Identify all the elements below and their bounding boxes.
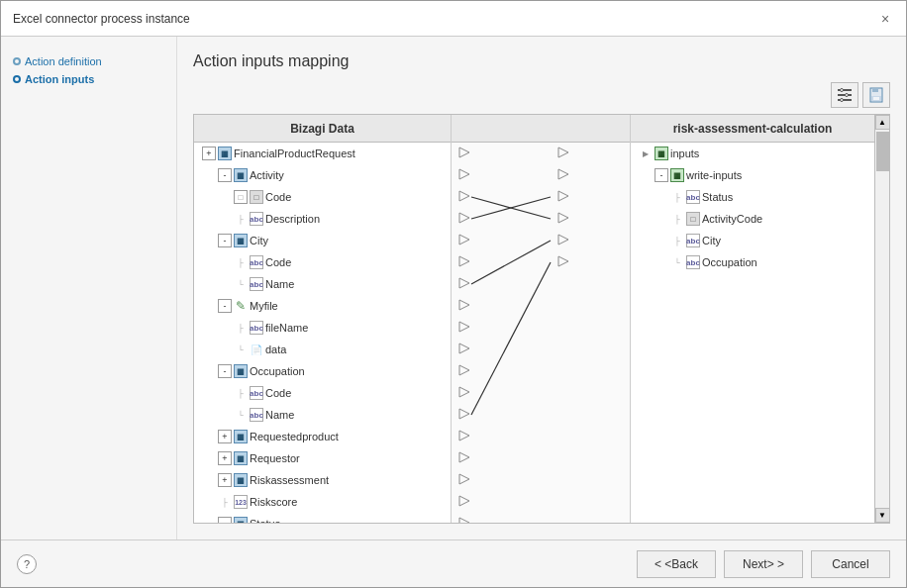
expand-icon[interactable]: + [202, 147, 216, 160]
rhs-arrow-inputs: ▶ [639, 147, 653, 160]
entity-icon: ▦ [218, 147, 232, 160]
rhs-row-occupation[interactable]: └ abc Occupation [631, 251, 874, 273]
svg-marker-16 [459, 278, 469, 288]
svg-marker-35 [558, 169, 568, 179]
svg-marker-23 [459, 431, 469, 441]
abc-icon-rstatus: abc [686, 190, 700, 204]
svg-marker-20 [459, 365, 469, 375]
scroll-down-button[interactable]: ▼ [875, 508, 890, 523]
rhs-row-activitycode[interactable]: ├ □ ActivityCode [631, 208, 874, 230]
sidebar-item-action-definition[interactable]: Action definition [13, 52, 164, 70]
sidebar-item-action-inputs[interactable]: Action inputs [13, 70, 164, 88]
entity-icon-activity: ▦ [234, 168, 248, 182]
expand-icon-req[interactable]: + [218, 451, 232, 465]
tree-row-description[interactable]: ├ abc Description [194, 208, 451, 230]
tree-row-data[interactable]: └ 📄 data [194, 339, 451, 360]
tree-row-occupation[interactable]: - ▦ Occupation [194, 360, 451, 382]
expand-icon-ra[interactable]: + [218, 473, 232, 487]
rhs-header: risk-assessment-calculation [631, 115, 874, 143]
close-button[interactable]: × [876, 10, 894, 28]
label-activity-code: Code [265, 191, 291, 203]
tree-row-financial[interactable]: + ▦ FinancialProductRequest [194, 143, 451, 164]
svg-marker-25 [459, 474, 469, 484]
svg-marker-19 [459, 343, 469, 353]
label-riskscore: Riskscore [250, 496, 297, 508]
cancel-button[interactable]: Cancel [811, 550, 890, 578]
abc-icon-rocc: abc [686, 255, 700, 269]
rhs-row-city[interactable]: ├ abc City [631, 230, 874, 251]
box-icon-acode: □ [250, 190, 263, 204]
expand-icon-myfile[interactable]: - [218, 299, 232, 313]
svg-marker-11 [459, 169, 469, 179]
scroll-up-button[interactable]: ▲ [875, 115, 890, 130]
tree-row-riskassess[interactable]: + ▦ Riskassessment [194, 469, 451, 491]
expand-icon-st[interactable]: - [218, 517, 232, 523]
svg-point-3 [841, 89, 844, 92]
tree-row-city[interactable]: - ▦ City [194, 230, 451, 251]
label-city: City [250, 235, 268, 246]
content-area: Action definition Action inputs Action i… [1, 37, 906, 539]
tree-row-reqprod[interactable]: + ▦ Requestedproduct [194, 426, 451, 447]
rhs-tree-content[interactable]: ▶ ▦ inputs - ▦ write-inputs [631, 143, 874, 523]
lhs-tree: Bizagi Data + ▦ FinancialProductRequest [194, 115, 452, 523]
tree-row-occ-code[interactable]: ├ abc Code [194, 382, 451, 404]
lhs-tree-content[interactable]: + ▦ FinancialProductRequest - ▦ Activity [194, 143, 451, 523]
rhs-row-write-inputs[interactable]: - ▦ write-inputs [631, 164, 874, 186]
toolbar [193, 82, 890, 108]
dialog: Excel connector process instance × Actio… [0, 0, 907, 588]
label-filename: fileName [265, 322, 308, 334]
svg-marker-17 [459, 300, 469, 310]
dash-icon-rs: ├ [218, 495, 232, 509]
help-button[interactable]: ? [17, 554, 37, 574]
abc-icon-fname: abc [250, 321, 263, 335]
entity-icon-st: ▦ [234, 517, 248, 523]
panel-title: Action inputs mapping [193, 52, 890, 70]
expand-icon-wi[interactable]: - [655, 168, 668, 182]
rhs-row-inputs[interactable]: ▶ ▦ inputs [631, 143, 874, 164]
vertical-scrollbar[interactable]: ▲ ▼ [874, 115, 889, 523]
svg-marker-18 [459, 322, 469, 332]
tree-row-requestor[interactable]: + ▦ Requestor [194, 447, 451, 469]
expand-icon-occ[interactable]: - [218, 364, 232, 378]
next-button[interactable]: Next> > [724, 550, 803, 578]
abc-icon-cname: abc [250, 277, 263, 291]
connections-svg [452, 143, 630, 523]
dash-icon-fname: ├ [234, 321, 248, 335]
tree-row-status[interactable]: - ▦ Status [194, 513, 451, 523]
entity-green-wi: ▦ [670, 168, 684, 182]
save-icon [868, 87, 884, 103]
expand-icon-rp[interactable]: + [218, 430, 232, 443]
dash-icon-rcity: ├ [670, 234, 684, 247]
svg-rect-7 [872, 88, 878, 92]
rhs-row-status[interactable]: ├ abc Status [631, 186, 874, 208]
tree-row-city-code[interactable]: ├ abc Code [194, 251, 451, 273]
expand-icon-city[interactable]: - [218, 234, 232, 247]
tree-row-activity-code[interactable]: □ □ Code [194, 186, 451, 208]
sidebar: Action definition Action inputs [1, 37, 177, 539]
tree-row-riskscore[interactable]: ├ 123 Riskscore [194, 491, 451, 513]
svg-marker-39 [558, 256, 568, 266]
dash-icon-rocc: └ [670, 255, 684, 269]
label-myfile: Myfile [250, 300, 278, 312]
label-activitycode: ActivityCode [702, 213, 762, 225]
label-occupation: Occupation [250, 365, 305, 377]
tree-row-myfile[interactable]: - ✎ Myfile [194, 295, 451, 317]
expand-icon-activity[interactable]: - [218, 168, 232, 182]
tree-row-city-name[interactable]: └ abc Name [194, 273, 451, 295]
save-button[interactable] [862, 82, 890, 108]
back-button[interactable]: < <Back [637, 550, 716, 578]
settings-button[interactable] [831, 82, 858, 108]
svg-rect-9 [873, 97, 879, 100]
dash-icon-rstatus: ├ [670, 190, 684, 204]
label-occ-name: Name [265, 409, 294, 421]
label-description: Description [265, 213, 320, 225]
sidebar-bullet-1 [13, 57, 21, 65]
scroll-thumb[interactable] [876, 132, 889, 171]
tree-row-activity[interactable]: - ▦ Activity [194, 164, 451, 186]
expand-icon-acode[interactable]: □ [234, 190, 248, 204]
svg-line-33 [471, 262, 551, 415]
tree-row-filename[interactable]: ├ abc fileName [194, 317, 451, 339]
entity-green-inputs: ▦ [655, 147, 668, 160]
tree-row-occ-name[interactable]: └ abc Name [194, 404, 451, 426]
svg-marker-24 [459, 452, 469, 462]
